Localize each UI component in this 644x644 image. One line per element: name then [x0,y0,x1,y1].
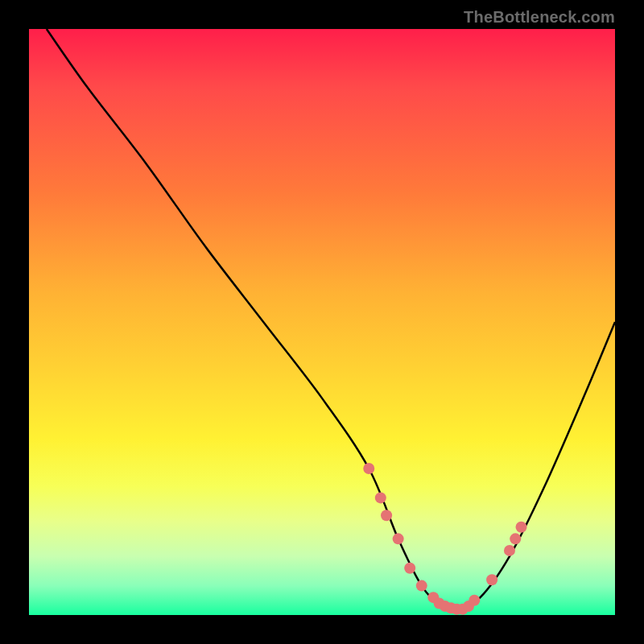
plot-area [29,29,615,615]
marker-dot [469,595,480,606]
marker-dot [416,580,427,592]
chart-svg [29,29,615,615]
marker-dot [486,574,497,585]
marker-dot [510,533,521,544]
marker-dot [404,563,415,574]
marker-dot [516,522,527,533]
marker-group [363,463,526,615]
marker-dot [363,463,374,474]
marker-dot [393,533,404,544]
marker-dot [504,545,515,556]
marker-dot [375,492,386,503]
curve-line [47,29,615,609]
marker-dot [381,510,392,521]
watermark-text: TheBottleneck.com [464,8,615,27]
chart-frame: TheBottleneck.com [0,0,644,644]
